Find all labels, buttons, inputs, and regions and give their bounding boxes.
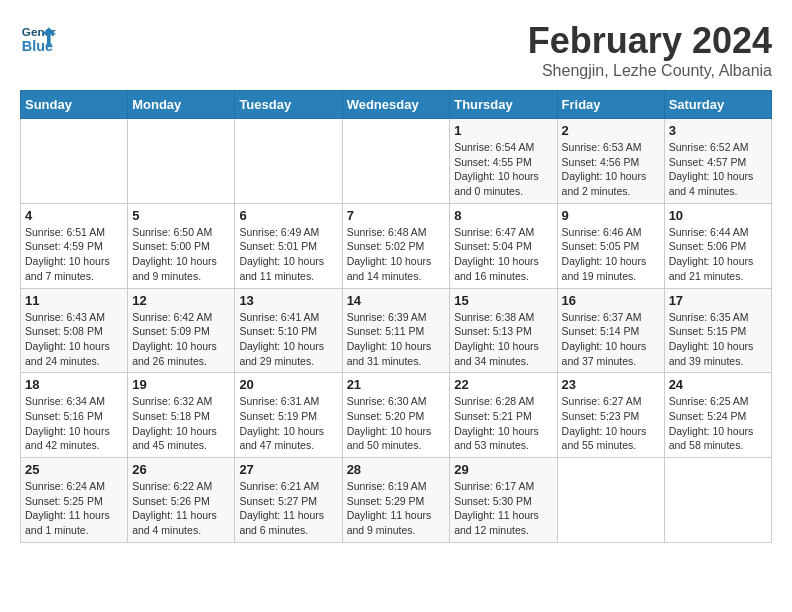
day-info: Sunrise: 6:19 AM Sunset: 5:29 PM Dayligh… — [347, 479, 446, 538]
calendar-cell — [557, 458, 664, 543]
calendar-cell: 23Sunrise: 6:27 AM Sunset: 5:23 PM Dayli… — [557, 373, 664, 458]
calendar-cell: 16Sunrise: 6:37 AM Sunset: 5:14 PM Dayli… — [557, 288, 664, 373]
day-info: Sunrise: 6:44 AM Sunset: 5:06 PM Dayligh… — [669, 225, 767, 284]
day-info: Sunrise: 6:50 AM Sunset: 5:00 PM Dayligh… — [132, 225, 230, 284]
day-info: Sunrise: 6:53 AM Sunset: 4:56 PM Dayligh… — [562, 140, 660, 199]
calendar-cell: 13Sunrise: 6:41 AM Sunset: 5:10 PM Dayli… — [235, 288, 342, 373]
calendar-cell: 19Sunrise: 6:32 AM Sunset: 5:18 PM Dayli… — [128, 373, 235, 458]
day-number: 15 — [454, 293, 552, 308]
day-info: Sunrise: 6:17 AM Sunset: 5:30 PM Dayligh… — [454, 479, 552, 538]
calendar-cell: 3Sunrise: 6:52 AM Sunset: 4:57 PM Daylig… — [664, 119, 771, 204]
month-title: February 2024 — [528, 20, 772, 62]
day-info: Sunrise: 6:30 AM Sunset: 5:20 PM Dayligh… — [347, 394, 446, 453]
calendar-week-row: 1Sunrise: 6:54 AM Sunset: 4:55 PM Daylig… — [21, 119, 772, 204]
day-info: Sunrise: 6:37 AM Sunset: 5:14 PM Dayligh… — [562, 310, 660, 369]
day-number: 20 — [239, 377, 337, 392]
day-info: Sunrise: 6:54 AM Sunset: 4:55 PM Dayligh… — [454, 140, 552, 199]
calendar-cell — [342, 119, 450, 204]
calendar-cell — [128, 119, 235, 204]
logo-icon: General Blue — [20, 20, 56, 56]
weekday-header: Saturday — [664, 91, 771, 119]
day-number: 3 — [669, 123, 767, 138]
day-number: 13 — [239, 293, 337, 308]
day-info: Sunrise: 6:38 AM Sunset: 5:13 PM Dayligh… — [454, 310, 552, 369]
day-number: 19 — [132, 377, 230, 392]
calendar-cell: 15Sunrise: 6:38 AM Sunset: 5:13 PM Dayli… — [450, 288, 557, 373]
weekday-header: Friday — [557, 91, 664, 119]
calendar-cell: 8Sunrise: 6:47 AM Sunset: 5:04 PM Daylig… — [450, 203, 557, 288]
day-info: Sunrise: 6:47 AM Sunset: 5:04 PM Dayligh… — [454, 225, 552, 284]
title-section: February 2024 Shengjin, Lezhe County, Al… — [528, 20, 772, 80]
day-number: 12 — [132, 293, 230, 308]
calendar-cell: 18Sunrise: 6:34 AM Sunset: 5:16 PM Dayli… — [21, 373, 128, 458]
day-number: 1 — [454, 123, 552, 138]
calendar-cell: 27Sunrise: 6:21 AM Sunset: 5:27 PM Dayli… — [235, 458, 342, 543]
calendar-cell: 11Sunrise: 6:43 AM Sunset: 5:08 PM Dayli… — [21, 288, 128, 373]
day-info: Sunrise: 6:32 AM Sunset: 5:18 PM Dayligh… — [132, 394, 230, 453]
calendar-cell: 5Sunrise: 6:50 AM Sunset: 5:00 PM Daylig… — [128, 203, 235, 288]
day-info: Sunrise: 6:49 AM Sunset: 5:01 PM Dayligh… — [239, 225, 337, 284]
day-number: 11 — [25, 293, 123, 308]
day-info: Sunrise: 6:28 AM Sunset: 5:21 PM Dayligh… — [454, 394, 552, 453]
calendar-cell: 12Sunrise: 6:42 AM Sunset: 5:09 PM Dayli… — [128, 288, 235, 373]
calendar-week-row: 25Sunrise: 6:24 AM Sunset: 5:25 PM Dayli… — [21, 458, 772, 543]
day-number: 16 — [562, 293, 660, 308]
day-number: 7 — [347, 208, 446, 223]
calendar-cell: 17Sunrise: 6:35 AM Sunset: 5:15 PM Dayli… — [664, 288, 771, 373]
calendar-cell: 7Sunrise: 6:48 AM Sunset: 5:02 PM Daylig… — [342, 203, 450, 288]
calendar-cell: 14Sunrise: 6:39 AM Sunset: 5:11 PM Dayli… — [342, 288, 450, 373]
day-number: 2 — [562, 123, 660, 138]
day-number: 8 — [454, 208, 552, 223]
day-number: 10 — [669, 208, 767, 223]
day-info: Sunrise: 6:35 AM Sunset: 5:15 PM Dayligh… — [669, 310, 767, 369]
calendar-body: 1Sunrise: 6:54 AM Sunset: 4:55 PM Daylig… — [21, 119, 772, 543]
day-number: 29 — [454, 462, 552, 477]
day-info: Sunrise: 6:21 AM Sunset: 5:27 PM Dayligh… — [239, 479, 337, 538]
calendar-cell: 10Sunrise: 6:44 AM Sunset: 5:06 PM Dayli… — [664, 203, 771, 288]
day-number: 9 — [562, 208, 660, 223]
calendar-cell: 26Sunrise: 6:22 AM Sunset: 5:26 PM Dayli… — [128, 458, 235, 543]
day-info: Sunrise: 6:46 AM Sunset: 5:05 PM Dayligh… — [562, 225, 660, 284]
day-number: 22 — [454, 377, 552, 392]
location: Shengjin, Lezhe County, Albania — [528, 62, 772, 80]
calendar-week-row: 18Sunrise: 6:34 AM Sunset: 5:16 PM Dayli… — [21, 373, 772, 458]
calendar-cell: 1Sunrise: 6:54 AM Sunset: 4:55 PM Daylig… — [450, 119, 557, 204]
weekday-header: Monday — [128, 91, 235, 119]
calendar-week-row: 11Sunrise: 6:43 AM Sunset: 5:08 PM Dayli… — [21, 288, 772, 373]
day-number: 14 — [347, 293, 446, 308]
day-number: 17 — [669, 293, 767, 308]
day-info: Sunrise: 6:34 AM Sunset: 5:16 PM Dayligh… — [25, 394, 123, 453]
page-header: General Blue February 2024 Shengjin, Lez… — [20, 20, 772, 80]
day-number: 4 — [25, 208, 123, 223]
logo: General Blue — [20, 20, 56, 56]
weekday-header: Tuesday — [235, 91, 342, 119]
weekday-header: Thursday — [450, 91, 557, 119]
calendar-cell: 25Sunrise: 6:24 AM Sunset: 5:25 PM Dayli… — [21, 458, 128, 543]
calendar-cell: 24Sunrise: 6:25 AM Sunset: 5:24 PM Dayli… — [664, 373, 771, 458]
day-info: Sunrise: 6:42 AM Sunset: 5:09 PM Dayligh… — [132, 310, 230, 369]
day-info: Sunrise: 6:22 AM Sunset: 5:26 PM Dayligh… — [132, 479, 230, 538]
day-number: 18 — [25, 377, 123, 392]
calendar-week-row: 4Sunrise: 6:51 AM Sunset: 4:59 PM Daylig… — [21, 203, 772, 288]
calendar-cell: 2Sunrise: 6:53 AM Sunset: 4:56 PM Daylig… — [557, 119, 664, 204]
day-info: Sunrise: 6:48 AM Sunset: 5:02 PM Dayligh… — [347, 225, 446, 284]
weekday-header: Wednesday — [342, 91, 450, 119]
day-info: Sunrise: 6:24 AM Sunset: 5:25 PM Dayligh… — [25, 479, 123, 538]
day-info: Sunrise: 6:52 AM Sunset: 4:57 PM Dayligh… — [669, 140, 767, 199]
day-info: Sunrise: 6:39 AM Sunset: 5:11 PM Dayligh… — [347, 310, 446, 369]
calendar-cell: 21Sunrise: 6:30 AM Sunset: 5:20 PM Dayli… — [342, 373, 450, 458]
day-number: 25 — [25, 462, 123, 477]
day-number: 28 — [347, 462, 446, 477]
calendar-cell: 4Sunrise: 6:51 AM Sunset: 4:59 PM Daylig… — [21, 203, 128, 288]
calendar-header: SundayMondayTuesdayWednesdayThursdayFrid… — [21, 91, 772, 119]
calendar-cell: 20Sunrise: 6:31 AM Sunset: 5:19 PM Dayli… — [235, 373, 342, 458]
calendar-table: SundayMondayTuesdayWednesdayThursdayFrid… — [20, 90, 772, 543]
weekday-header: Sunday — [21, 91, 128, 119]
calendar-cell: 28Sunrise: 6:19 AM Sunset: 5:29 PM Dayli… — [342, 458, 450, 543]
day-info: Sunrise: 6:51 AM Sunset: 4:59 PM Dayligh… — [25, 225, 123, 284]
day-number: 5 — [132, 208, 230, 223]
day-number: 21 — [347, 377, 446, 392]
calendar-cell: 22Sunrise: 6:28 AM Sunset: 5:21 PM Dayli… — [450, 373, 557, 458]
calendar-cell: 29Sunrise: 6:17 AM Sunset: 5:30 PM Dayli… — [450, 458, 557, 543]
day-number: 23 — [562, 377, 660, 392]
